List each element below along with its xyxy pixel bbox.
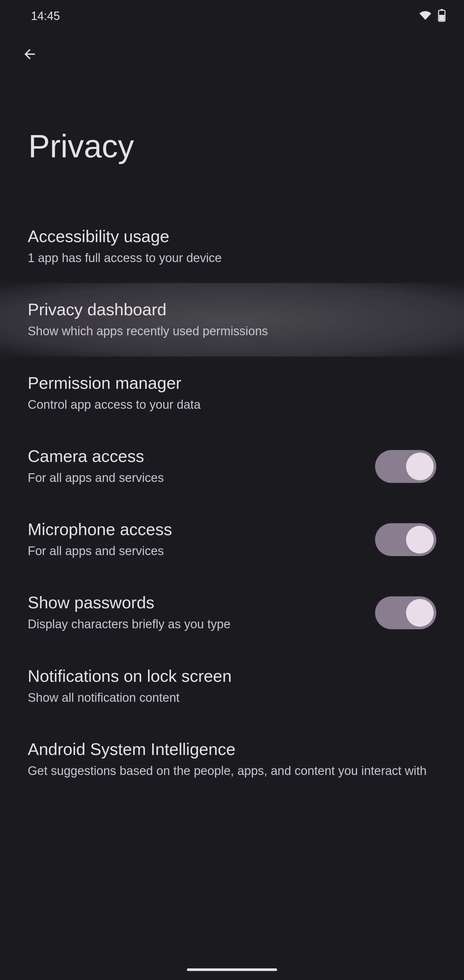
setting-subtitle: For all apps and services <box>28 543 362 559</box>
toggle-thumb <box>406 599 434 627</box>
setting-title: Notifications on lock screen <box>28 667 436 686</box>
arrow-back-icon <box>22 46 37 62</box>
setting-title: Accessibility usage <box>28 227 436 246</box>
setting-title: Show passwords <box>28 593 362 612</box>
setting-accessibility-usage[interactable]: Accessibility usage 1 app has full acces… <box>0 210 464 283</box>
battery-icon <box>438 9 446 23</box>
setting-subtitle: Get suggestions based on the people, app… <box>28 763 436 779</box>
setting-subtitle: For all apps and services <box>28 470 362 486</box>
setting-title: Privacy dashboard <box>28 300 436 319</box>
status-bar: 14:45 <box>0 0 464 32</box>
svg-rect-2 <box>439 15 444 21</box>
status-icons <box>418 9 446 23</box>
svg-rect-1 <box>440 9 443 10</box>
setting-subtitle: Control app access to your data <box>28 396 436 413</box>
setting-subtitle: 1 app has full access to your device <box>28 250 436 266</box>
setting-microphone-access[interactable]: Microphone access For all apps and servi… <box>0 503 464 576</box>
back-button[interactable] <box>21 45 39 63</box>
setting-text: Microphone access For all apps and servi… <box>28 520 362 559</box>
setting-privacy-dashboard[interactable]: Privacy dashboard Show which apps recent… <box>0 283 464 356</box>
setting-text: Privacy dashboard Show which apps recent… <box>28 300 436 339</box>
home-indicator[interactable] <box>187 968 277 971</box>
setting-permission-manager[interactable]: Permission manager Control app access to… <box>0 356 464 430</box>
status-time: 14:45 <box>31 10 60 23</box>
settings-list: Accessibility usage 1 app has full acces… <box>0 210 464 796</box>
setting-title: Microphone access <box>28 520 362 539</box>
microphone-access-toggle[interactable] <box>375 523 436 556</box>
setting-subtitle: Show all notification content <box>28 690 436 706</box>
setting-title: Permission manager <box>28 373 436 393</box>
page-title: Privacy <box>21 128 443 165</box>
camera-access-toggle[interactable] <box>375 450 436 483</box>
setting-notifications-lock-screen[interactable]: Notifications on lock screen Show all no… <box>0 649 464 723</box>
setting-title: Android System Intelligence <box>28 740 436 759</box>
setting-text: Accessibility usage 1 app has full acces… <box>28 227 436 266</box>
header: Privacy <box>0 32 464 165</box>
setting-subtitle: Show which apps recently used permission… <box>28 323 436 339</box>
setting-text: Permission manager Control app access to… <box>28 373 436 413</box>
setting-text: Show passwords Display characters briefl… <box>28 593 362 633</box>
setting-text: Android System Intelligence Get suggesti… <box>28 740 436 779</box>
toggle-thumb <box>406 526 434 554</box>
setting-text: Camera access For all apps and services <box>28 447 362 486</box>
toggle-thumb <box>406 453 434 480</box>
setting-show-passwords[interactable]: Show passwords Display characters briefl… <box>0 576 464 649</box>
setting-title: Camera access <box>28 447 362 466</box>
show-passwords-toggle[interactable] <box>375 597 436 629</box>
setting-subtitle: Display characters briefly as you type <box>28 616 362 633</box>
setting-android-system-intelligence[interactable]: Android System Intelligence Get suggesti… <box>0 723 464 796</box>
wifi-icon <box>418 10 432 22</box>
setting-text: Notifications on lock screen Show all no… <box>28 667 436 706</box>
setting-camera-access[interactable]: Camera access For all apps and services <box>0 430 464 503</box>
